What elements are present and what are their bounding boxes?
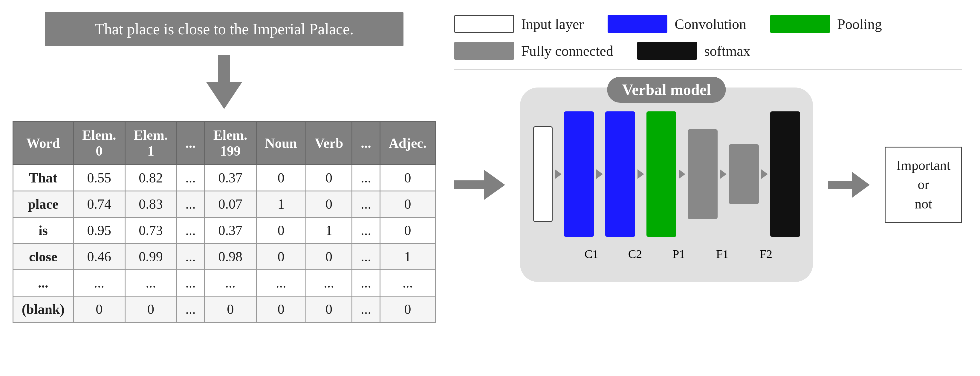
layer-c1 bbox=[564, 111, 594, 237]
input-layer-swatch bbox=[454, 15, 514, 33]
table-row-cell: 0.73 bbox=[125, 217, 177, 244]
mini-arrow-6 bbox=[761, 169, 768, 179]
table-row-cell: 1 bbox=[256, 191, 306, 217]
table-row-cell: ... bbox=[177, 296, 205, 322]
table-row-cell: ... bbox=[306, 270, 352, 296]
table-row-cell: 0 bbox=[306, 191, 352, 217]
table-row-cell: ... bbox=[352, 270, 380, 296]
table-row-word: ... bbox=[13, 270, 73, 296]
input-layer-label: Input layer bbox=[521, 16, 584, 32]
table-row-cell: 0 bbox=[256, 296, 306, 322]
fully-connected-label: Fully connected bbox=[521, 43, 613, 59]
table-row-cell: ... bbox=[352, 296, 380, 322]
output-box: Importantornot bbox=[885, 147, 962, 223]
table-row-cell: 1 bbox=[306, 217, 352, 244]
legend-row-2: Fully connected softmax bbox=[454, 42, 962, 60]
convolution-swatch bbox=[608, 15, 667, 33]
table-row-cell: 0.55 bbox=[73, 165, 125, 191]
col-header-elem1: Elem. 1 bbox=[125, 122, 177, 165]
mini-arrow-3 bbox=[638, 169, 644, 179]
table-row-cell: 0 bbox=[204, 296, 256, 322]
legend-softmax: softmax bbox=[637, 42, 751, 60]
table-row-cell: ... bbox=[204, 270, 256, 296]
layer-p1 bbox=[646, 111, 676, 237]
label-c2: C2 bbox=[620, 247, 650, 261]
softmax-label: softmax bbox=[704, 43, 751, 59]
table-row-cell: 0 bbox=[73, 296, 125, 322]
table-row-cell: ... bbox=[177, 244, 205, 270]
mini-arrow-5 bbox=[720, 169, 727, 179]
table-row-cell: 0 bbox=[256, 217, 306, 244]
table-row-word: place bbox=[13, 191, 73, 217]
table-row-cell: 0.07 bbox=[204, 191, 256, 217]
table-row-word: is bbox=[13, 217, 73, 244]
table-row-cell: ... bbox=[352, 165, 380, 191]
data-table: Word Elem. 0 Elem. 1 ... Elem.199 Noun V… bbox=[13, 121, 436, 323]
table-row-cell: ... bbox=[73, 270, 125, 296]
table-row-cell: 0.98 bbox=[204, 244, 256, 270]
softmax-swatch bbox=[637, 42, 697, 60]
convolution-label: Convolution bbox=[675, 16, 746, 32]
legend-fully-connected: Fully connected bbox=[454, 42, 613, 60]
layer-labels: C1 C2 P1 F1 F2 bbox=[552, 247, 781, 261]
table-row-cell: 0 bbox=[380, 165, 435, 191]
table-row-cell: 0 bbox=[256, 244, 306, 270]
mini-arrow-4 bbox=[679, 169, 685, 179]
table-row-cell: 0.74 bbox=[73, 191, 125, 217]
legend-convolution: Convolution bbox=[608, 15, 746, 33]
table-row-cell: ... bbox=[177, 165, 205, 191]
pooling-label: Pooling bbox=[837, 16, 882, 32]
legend: Input layer Convolution Pooling Fully co… bbox=[454, 15, 962, 70]
sentence-box: That place is close to the Imperial Pala… bbox=[45, 12, 404, 46]
mini-arrow-2 bbox=[596, 169, 603, 179]
table-row-cell: ... bbox=[177, 217, 205, 244]
verbal-model-box: Verbal model bbox=[520, 87, 813, 282]
table-row-word: (blank) bbox=[13, 296, 73, 322]
table-row-cell: 0.95 bbox=[73, 217, 125, 244]
layer-input bbox=[533, 126, 553, 222]
layer-softmax bbox=[770, 111, 800, 237]
legend-input-layer: Input layer bbox=[454, 15, 584, 33]
table-row-cell: 0.37 bbox=[204, 165, 256, 191]
table-row-cell: 0 bbox=[380, 217, 435, 244]
verbal-model-title: Verbal model bbox=[607, 77, 725, 103]
table-row-cell: ... bbox=[177, 191, 205, 217]
label-f1: F1 bbox=[708, 247, 737, 261]
layer-c2 bbox=[605, 111, 635, 237]
mini-arrow-1 bbox=[555, 169, 562, 179]
table-row-cell: ... bbox=[352, 244, 380, 270]
table-row-cell: ... bbox=[256, 270, 306, 296]
col-header-adjec: Adjec. bbox=[380, 122, 435, 165]
fully-connected-swatch bbox=[454, 42, 514, 60]
col-header-elem0: Elem. 0 bbox=[73, 122, 125, 165]
table-row-cell: 0 bbox=[125, 296, 177, 322]
layers-row bbox=[533, 111, 800, 237]
table-row-cell: ... bbox=[177, 270, 205, 296]
table-row-word: close bbox=[13, 244, 73, 270]
table-row-cell: 0 bbox=[256, 165, 306, 191]
table-row-cell: ... bbox=[380, 270, 435, 296]
table-row-cell: 0.99 bbox=[125, 244, 177, 270]
down-arrow bbox=[206, 55, 242, 109]
table-row-cell: 0.83 bbox=[125, 191, 177, 217]
table-row-cell: 0 bbox=[380, 296, 435, 322]
label-p1: P1 bbox=[664, 247, 694, 261]
big-right-arrow bbox=[454, 170, 505, 200]
table-row-cell: 0 bbox=[306, 165, 352, 191]
left-panel: That place is close to the Imperial Pala… bbox=[18, 12, 430, 323]
legend-pooling: Pooling bbox=[770, 15, 882, 33]
diagram-area: Verbal model bbox=[454, 81, 962, 282]
output-arrow bbox=[828, 172, 870, 198]
table-row-cell: 1 bbox=[380, 244, 435, 270]
table-row-cell: ... bbox=[352, 191, 380, 217]
pooling-swatch bbox=[770, 15, 830, 33]
table-row-cell: 0 bbox=[306, 244, 352, 270]
table-row-cell: 0 bbox=[306, 296, 352, 322]
col-header-ellipsis-h: ... bbox=[177, 122, 205, 165]
col-header-word: Word bbox=[13, 122, 73, 165]
col-header-ellipsis-h2: ... bbox=[352, 122, 380, 165]
table-row-cell: 0.37 bbox=[204, 217, 256, 244]
table-row-cell: 0.46 bbox=[73, 244, 125, 270]
layer-f2 bbox=[729, 144, 759, 204]
table-row-cell: ... bbox=[352, 217, 380, 244]
